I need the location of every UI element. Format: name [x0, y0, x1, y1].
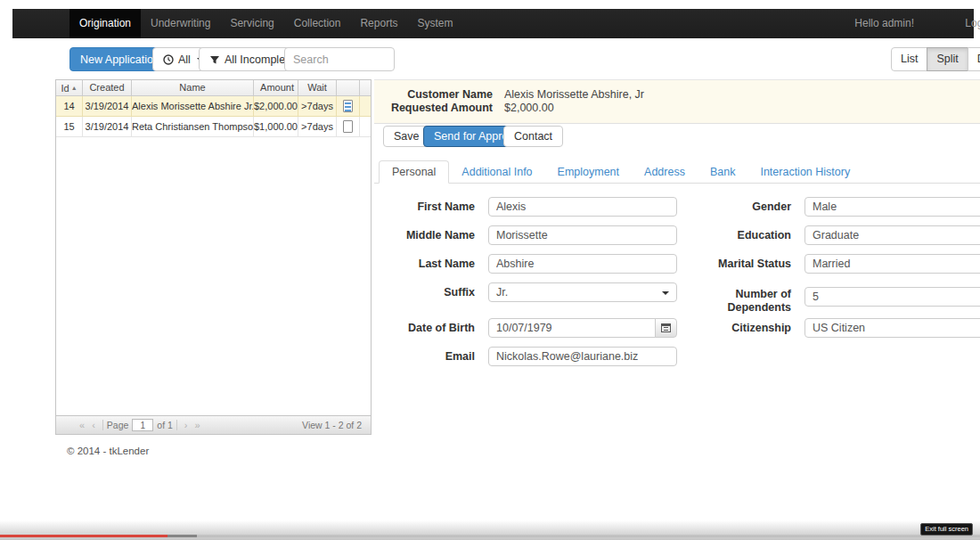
column-header-name[interactable]: Name	[132, 80, 254, 95]
logout-link[interactable]: Logout	[965, 9, 980, 38]
contact-button[interactable]: Contact	[503, 126, 563, 147]
pager-of-label: of 1	[157, 420, 173, 430]
pager-last-button[interactable]: »	[192, 420, 204, 430]
cell-wait: >7days	[298, 96, 337, 116]
column-header-wait[interactable]: Wait	[298, 80, 337, 95]
top-navbar: Origination Underwriting Servicing Colle…	[12, 9, 974, 38]
cell-created: 3/19/2014	[83, 96, 132, 116]
clock-icon	[163, 54, 174, 65]
pager-view-range: View 1 - 2 of 2	[302, 416, 362, 435]
tab-additional-info[interactable]: Additional Info	[449, 161, 544, 183]
cell-amount: $1,000.00	[254, 117, 298, 136]
first-name-label: First Name	[374, 200, 475, 214]
pager-page-input[interactable]	[132, 419, 153, 431]
tab-bank[interactable]: Bank	[698, 161, 748, 183]
video-progress-buffer	[167, 535, 197, 537]
app-screen: Origination Underwriting Servicing Colle…	[0, 0, 980, 540]
first-name-field[interactable]	[488, 197, 677, 217]
loan-summary-band: Customer Name Alexis Morissette Abshire,…	[374, 79, 980, 124]
email-field[interactable]	[488, 347, 677, 366]
document-filled-icon[interactable]	[343, 100, 353, 112]
cell-icon	[337, 117, 360, 136]
view-split-button[interactable]: Split	[927, 47, 968, 71]
education-field[interactable]	[804, 225, 980, 245]
nav-item-system[interactable]: System	[407, 9, 462, 38]
video-progress-played[interactable]	[0, 535, 167, 537]
date-of-birth-field[interactable]	[488, 318, 656, 338]
user-greeting: Hello admin!	[854, 9, 914, 38]
nav-item-origination[interactable]: Origination	[69, 9, 141, 38]
gender-field[interactable]	[804, 197, 980, 217]
tab-interaction-history[interactable]: Interaction History	[747, 161, 862, 183]
marital-status-label: Marital Status	[686, 258, 791, 271]
sort-asc-icon: ▲	[71, 85, 78, 91]
cell-wait: >7days	[298, 117, 337, 136]
pager-divider	[176, 420, 177, 430]
suffix-label: Suffix	[374, 286, 475, 299]
view-list-button[interactable]: List	[891, 47, 927, 71]
suffix-selected-value: Jr.	[496, 286, 508, 299]
nav-item-servicing[interactable]: Servicing	[220, 9, 283, 38]
cell-amount: $2,000.00	[254, 96, 298, 116]
column-header-created[interactable]: Created	[83, 80, 132, 95]
last-name-field[interactable]	[488, 254, 677, 274]
education-label: Education	[686, 229, 791, 242]
gender-label: Gender	[686, 200, 791, 214]
search-input[interactable]	[284, 47, 395, 71]
pager-prev-button[interactable]: ‹	[88, 420, 99, 430]
cell-name: Alexis Morissette Abshire Jr.	[132, 96, 254, 116]
column-header-amount[interactable]: Amount	[254, 80, 298, 95]
date-of-birth-label: Date of Birth	[374, 322, 475, 335]
tab-personal[interactable]: Personal	[379, 160, 449, 184]
suffix-select[interactable]: Jr.	[488, 282, 677, 302]
tab-address[interactable]: Address	[632, 161, 698, 183]
pager-first-button[interactable]: «	[76, 420, 88, 430]
middle-name-field[interactable]	[488, 225, 677, 245]
pager-divider	[102, 420, 103, 430]
applications-grid: Id▲ Created Name Amount Wait 14 3/19/201…	[55, 79, 372, 435]
cell-created: 3/19/2014	[83, 117, 132, 136]
cell-name: Reta Christiansen Thompson Sr.	[132, 117, 254, 136]
nav-item-reports[interactable]: Reports	[350, 9, 407, 38]
table-row[interactable]: 14 3/19/2014 Alexis Morissette Abshire J…	[56, 96, 371, 117]
cell-id: 14	[56, 96, 83, 116]
grid-header-row: Id▲ Created Name Amount Wait	[56, 80, 371, 96]
tab-employment[interactable]: Employment	[545, 161, 632, 183]
number-of-dependents-label: Number of Dependents	[686, 288, 791, 315]
requested-amount-value: $2,000.00	[504, 102, 554, 115]
chevron-down-icon	[662, 291, 669, 295]
pager-next-button[interactable]: ›	[181, 420, 192, 430]
nav-item-collection[interactable]: Collection	[284, 9, 351, 38]
datepicker-button[interactable]	[655, 318, 677, 338]
table-row[interactable]: 15 3/19/2014 Reta Christiansen Thompson …	[56, 117, 371, 137]
last-name-label: Last Name	[374, 258, 475, 271]
requested-amount-label: Requested Amount	[374, 102, 493, 115]
filter-icon	[209, 54, 220, 65]
cell-id: 15	[56, 117, 83, 136]
cell-icon	[337, 96, 360, 116]
nav-item-underwriting[interactable]: Underwriting	[141, 9, 220, 38]
document-empty-icon[interactable]	[343, 120, 353, 133]
column-header-icon	[337, 80, 360, 95]
detail-tabs: Personal Additional Info Employment Addr…	[374, 161, 980, 184]
copyright-text: © 2014 - tkLender	[67, 446, 149, 456]
citizenship-field[interactable]	[804, 318, 980, 338]
middle-name-label: Middle Name	[374, 229, 475, 242]
customer-name-value: Alexis Morissette Abshire, Jr	[504, 88, 644, 102]
view-detail-button[interactable]: Detail	[968, 47, 980, 71]
citizenship-label: Citizenship	[686, 322, 791, 335]
number-of-dependents-field[interactable]	[804, 287, 980, 307]
calendar-icon	[661, 323, 671, 332]
column-header-id[interactable]: Id▲	[56, 80, 83, 95]
pager-page-label: Page	[107, 420, 129, 430]
marital-status-field[interactable]	[804, 254, 980, 274]
customer-name-label: Customer Name	[374, 88, 493, 102]
grid-pager: « ‹ Page of 1 › » View 1 - 2 of 2	[56, 415, 371, 434]
time-filter-label: All	[178, 53, 191, 66]
exit-fullscreen-badge[interactable]: Exit full screen	[920, 523, 973, 536]
view-switcher: List Split Detail	[891, 47, 980, 71]
nav-menu: Origination Underwriting Servicing Colle…	[69, 9, 463, 38]
email-label: Email	[374, 350, 475, 364]
